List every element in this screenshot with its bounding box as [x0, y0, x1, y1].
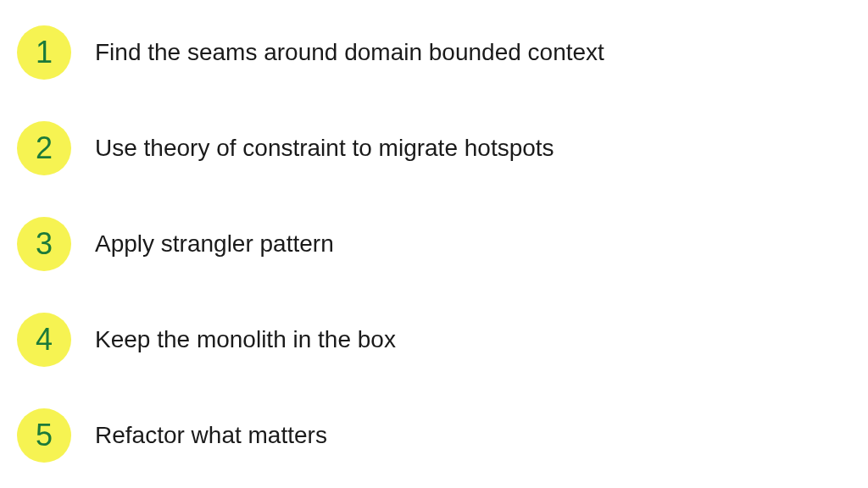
number-text: 1	[36, 35, 53, 70]
number-badge-icon: 1	[17, 25, 71, 80]
number-text: 5	[36, 418, 53, 453]
list-item: 4 Keep the monolith in the box	[17, 313, 851, 367]
list-item: 3 Apply strangler pattern	[17, 217, 851, 271]
list-item: 1 Find the seams around domain bounded c…	[17, 25, 851, 80]
number-text: 2	[36, 130, 53, 166]
item-label: Refactor what matters	[95, 422, 327, 449]
number-badge-icon: 2	[17, 121, 71, 175]
number-text: 3	[36, 226, 53, 262]
item-label: Apply strangler pattern	[95, 230, 334, 258]
number-badge-icon: 4	[17, 313, 71, 367]
list-item: 5 Refactor what matters	[17, 408, 851, 463]
item-label: Use theory of constraint to migrate hots…	[95, 135, 554, 162]
list-item: 2 Use theory of constraint to migrate ho…	[17, 121, 851, 175]
number-text: 4	[36, 322, 53, 358]
number-badge-icon: 5	[17, 408, 71, 463]
slide-container: 1 Find the seams around domain bounded c…	[0, 0, 868, 488]
number-badge-icon: 3	[17, 217, 71, 271]
item-label: Keep the monolith in the box	[95, 326, 396, 353]
item-label: Find the seams around domain bounded con…	[95, 39, 604, 66]
